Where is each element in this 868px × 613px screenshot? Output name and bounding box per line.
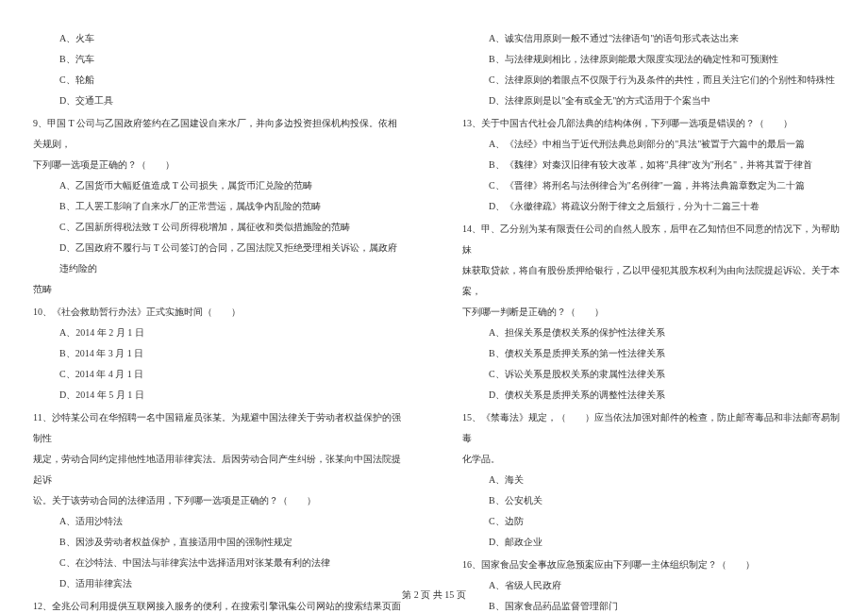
- q12-option-b: B、与法律规则相比，法律原则能最大限度实现法的确定性和可预测性: [462, 49, 840, 70]
- q13-option-c: C、《晋律》将刑名与法例律合为"名例律"一篇，并将法典篇章数定为二十篇: [462, 175, 840, 196]
- q14-option-b: B、债权关系是质押关系的第一性法律关系: [462, 343, 840, 364]
- q9-stem-line1: 9、甲国 T 公司与乙国政府签约在乙国建设自来水厂，并向多边投资担保机构投保。依…: [33, 113, 406, 155]
- q15-option-b: B、公安机关: [462, 490, 840, 511]
- q9-option-c: C、乙国新所得税法致 T 公司所得税增加，属征收和类似措施险的范畴: [33, 217, 406, 238]
- q15-stem-line1: 15、《禁毒法》规定，（ ）应当依法加强对邮件的检查，防止邮寄毒品和非法邮寄易制…: [462, 407, 840, 449]
- page-footer: 第 2 页 共 15 页: [0, 588, 868, 602]
- q14-option-a: A、担保关系是债权关系的保护性法律关系: [462, 323, 840, 343]
- q14-option-c: C、诉讼关系是股权关系的隶属性法律关系: [462, 364, 840, 385]
- q14-stem-line3: 下列哪一判断是正确的？（ ）: [462, 302, 840, 323]
- left-column: A、火车 B、汽车 C、轮船 D、交通工具 9、甲国 T 公司与乙国政府签约在乙…: [0, 0, 434, 613]
- q9-option-a: A、乙国货币大幅贬值造成 T 公司损失，属货币汇兑险的范畴: [33, 175, 406, 196]
- q11-option-c: C、在沙特法、中国法与菲律宾法中选择适用对张某最有利的法律: [33, 553, 406, 573]
- q9-option-d-line2: 范畴: [33, 279, 406, 300]
- q11-option-b: B、因涉及劳动者权益保护，直接适用中国的强制性规定: [33, 532, 406, 553]
- q13-stem: 13、关于中国古代社会几部法典的结构体例，下列哪一选项是错误的？（ ）: [462, 113, 840, 134]
- q16-stem: 16、国家食品安全事故应急预案应由下列哪一主体组织制定？（ ）: [462, 555, 840, 575]
- right-column: A、诚实信用原则一般不通过"法律语句"的语句形式表达出来 B、与法律规则相比，法…: [434, 0, 868, 613]
- q12-option-c: C、法律原则的着眼点不仅限于行为及条件的共性，而且关注它们的个别性和特殊性: [462, 70, 840, 91]
- q15-option-d: D、邮政企业: [462, 532, 840, 553]
- q11-stem-line3: 讼。关于该劳动合同的法律适用，下列哪一选项是正确的？（ ）: [33, 490, 406, 511]
- q9-stem-line2: 下列哪一选项是正确的？（ ）: [33, 155, 406, 175]
- q8-option-d: D、交通工具: [33, 91, 406, 111]
- q11-stem-line1: 11、沙特某公司在华招聘一名中国籍雇员张某。为规避中国法律关于劳动者权益保护的强…: [33, 407, 406, 449]
- q15-option-a: A、海关: [462, 470, 840, 490]
- q10-option-d: D、2014 年 5 月 1 日: [33, 385, 406, 406]
- q11-stem-line2: 规定，劳动合同约定排他性地适用菲律宾法。后因劳动合同产生纠纷，张某向中国法院提起…: [33, 449, 406, 490]
- q13-option-a: A、《法经》中相当于近代刑法典总则部分的"具法"被置于六篇中的最后一篇: [462, 134, 840, 155]
- q11-option-a: A、适用沙特法: [33, 511, 406, 532]
- q12-option-a: A、诚实信用原则一般不通过"法律语句"的语句形式表达出来: [462, 28, 840, 49]
- q9-option-d-line1: D、乙国政府不履行与 T 公司签订的合同，乙国法院又拒绝受理相关诉讼，属政府违约…: [33, 238, 406, 279]
- q10-option-c: C、2014 年 4 月 1 日: [33, 364, 406, 385]
- q8-option-b: B、汽车: [33, 49, 406, 70]
- q10-option-b: B、2014 年 3 月 1 日: [33, 343, 406, 364]
- q15-stem-line2: 化学品。: [462, 449, 840, 470]
- q14-stem-line2: 妹获取贷款，将自有股份质押给银行，乙以甲侵犯其股东权利为由向法院提起诉讼。关于本…: [462, 260, 840, 302]
- q15-option-c: C、边防: [462, 511, 840, 532]
- q9-option-b: B、工人罢工影响了自来水厂的正常营运，属战争内乱险的范畴: [33, 196, 406, 217]
- q13-option-b: B、《魏律》对秦汉旧律有较大改革，如将"具律"改为"刑名"，并将其置于律首: [462, 155, 840, 175]
- q14-option-d: D、债权关系是质押关系的调整性法律关系: [462, 385, 840, 406]
- q14-stem-line1: 14、甲、乙分别为某有限责任公司的自然人股东，后甲在乙知情但不同意的情况下，为帮…: [462, 219, 840, 260]
- q8-option-a: A、火车: [33, 28, 406, 49]
- q12-option-d: D、法律原则是以"全有或全无"的方式适用于个案当中: [462, 91, 840, 111]
- q13-option-d: D、《永徽律疏》将疏议分附于律文之后颁行，分为十二篇三十卷: [462, 196, 840, 217]
- q10-option-a: A、2014 年 2 月 1 日: [33, 323, 406, 343]
- q10-stem: 10、《社会救助暂行办法》正式实施时间（ ）: [33, 302, 406, 323]
- q8-option-c: C、轮船: [33, 70, 406, 91]
